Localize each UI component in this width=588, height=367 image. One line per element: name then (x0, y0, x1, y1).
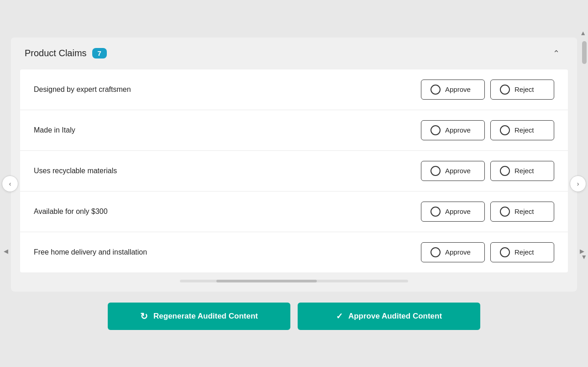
horizontal-scrollbar[interactable] (180, 280, 408, 282)
regenerate-label: Regenerate Audited Content (153, 312, 258, 321)
reject-radio-4 (500, 207, 510, 217)
claim-text: Free home delivery and installation (34, 248, 421, 256)
claim-text: Designed by expert craftsmen (34, 85, 421, 94)
regenerate-button[interactable]: ↻ Regenerate Audited Content (108, 303, 290, 330)
main-container: Product Claims 7 ⌃ Designed by expert cr… (11, 37, 577, 292)
claim-text: Uses recyclable materials (34, 167, 421, 175)
claim-reject-button-4[interactable]: Reject (490, 202, 554, 222)
claim-actions: ApproveReject (421, 161, 554, 181)
scrollbar-thumb (582, 41, 587, 64)
reject-radio-5 (500, 247, 510, 257)
claim-reject-button-5[interactable]: Reject (490, 242, 554, 262)
approve-audited-label: Approve Audited Content (348, 312, 442, 321)
reject-radio-3 (500, 166, 510, 176)
h-scroll-left-arrow[interactable]: ◀ (4, 248, 8, 255)
nav-left-button[interactable]: ‹ (2, 176, 18, 192)
claim-approve-button-3[interactable]: Approve (421, 161, 485, 181)
section-header: Product Claims 7 ⌃ (11, 37, 577, 69)
approve-radio-5 (430, 247, 441, 257)
section-title: Product Claims (25, 48, 87, 59)
nav-right-button[interactable]: › (570, 176, 586, 192)
claim-reject-button-2[interactable]: Reject (490, 120, 554, 140)
claims-list: Designed by expert craftsmenApproveRejec… (20, 69, 568, 272)
claim-text: Available for only $300 (34, 207, 421, 216)
claim-approve-button-2[interactable]: Approve (421, 120, 485, 140)
claim-row: Available for only $300ApproveReject (20, 191, 568, 232)
claim-actions: ApproveReject (421, 202, 554, 222)
section-title-group: Product Claims 7 (25, 48, 107, 59)
bottom-actions: ↻ Regenerate Audited Content ✓ Approve A… (11, 303, 577, 330)
claim-text: Made in Italy (34, 126, 421, 134)
approve-radio-3 (430, 166, 441, 176)
claim-row: Designed by expert craftsmenApproveRejec… (20, 69, 568, 110)
claim-reject-button-1[interactable]: Reject (490, 80, 554, 100)
claims-badge: 7 (92, 48, 107, 59)
approve-radio-2 (430, 125, 441, 135)
claim-actions: ApproveReject (421, 120, 554, 140)
claim-actions: ApproveReject (421, 80, 554, 100)
claim-approve-button-1[interactable]: Approve (421, 80, 485, 100)
approve-radio-4 (430, 207, 441, 217)
reject-radio-1 (500, 85, 510, 95)
claim-row: Free home delivery and installationAppro… (20, 232, 568, 272)
claim-actions: ApproveReject (421, 242, 554, 262)
approve-audited-button[interactable]: ✓ Approve Audited Content (298, 303, 480, 330)
reject-radio-2 (500, 125, 510, 135)
regenerate-icon: ↻ (140, 311, 148, 322)
approve-radio-1 (430, 85, 441, 95)
claim-approve-button-5[interactable]: Approve (421, 242, 485, 262)
checkmark-icon: ✓ (336, 311, 343, 321)
scroll-up-arrow[interactable]: ▲ (580, 29, 586, 37)
claim-reject-button-3[interactable]: Reject (490, 161, 554, 181)
claim-row: Made in ItalyApproveReject (20, 110, 568, 151)
scroll-down-arrow[interactable]: ▼ (581, 253, 587, 261)
scrollbar-h-thumb (216, 280, 317, 282)
claim-approve-button-4[interactable]: Approve (421, 202, 485, 222)
collapse-button[interactable]: ⌃ (549, 47, 563, 60)
claim-row: Uses recyclable materialsApproveReject (20, 151, 568, 191)
